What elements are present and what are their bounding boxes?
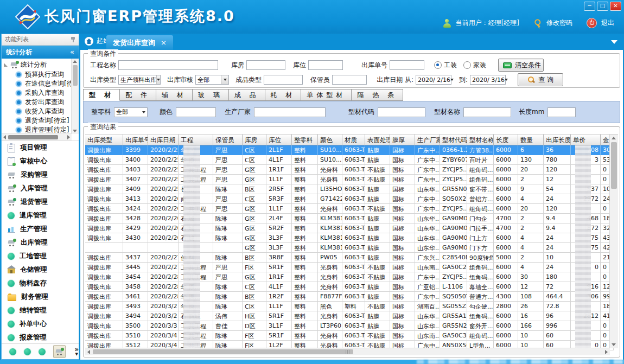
column-header[interactable]: 出库单号: [123, 135, 148, 145]
maximize-button[interactable]: □: [597, 2, 608, 11]
sidebar-module-item[interactable]: 工地管理: [2, 250, 79, 263]
table-row[interactable]: 调拨出库34032020/2/25工 共工程严思G区1R1F整料光身料6063-…: [85, 165, 618, 175]
date-from-select[interactable]: 2020/ 2/16: [416, 75, 451, 85]
tree-expander-icon[interactable]: [4, 63, 8, 67]
radio-home-label[interactable]: 家装: [473, 61, 486, 70]
radio-industrial-label[interactable]: 工装: [444, 61, 457, 70]
tab-overflow-icon[interactable]: [611, 40, 617, 44]
green-circle-icon[interactable]: [9, 348, 16, 355]
length-input[interactable]: [547, 107, 576, 117]
column-header[interactable]: 保管员: [213, 135, 243, 145]
sidebar-module-item[interactable]: 财务管理: [2, 290, 79, 304]
table-row[interactable]: 调拨出库34372020/2/27佛 料...陈琳B区3R8F整料PW05606…: [85, 253, 618, 263]
table-row[interactable]: 调拨出库34302020/2/26石 城陈琳G区3L3F整料KLM3817606…: [85, 233, 618, 243]
tab-close-icon[interactable]: ×: [161, 39, 167, 47]
column-header[interactable]: 表面处理: [365, 135, 390, 145]
table-row[interactable]: 调拨出库34092020/2/25长 ...陈琳B区2R5F整料LI35HO60…: [85, 184, 618, 194]
column-header[interactable]: 单价: [571, 135, 601, 145]
sidebar-module-item[interactable]: 退货管理: [2, 195, 79, 209]
column-header[interactable]: 颜色: [318, 135, 342, 145]
project-name-input[interactable]: [118, 60, 218, 70]
clear-conditions-button[interactable]: 清空条件: [498, 59, 544, 72]
column-header[interactable]: 型材代码: [440, 135, 467, 145]
green-circle-icon[interactable]: [39, 348, 46, 355]
material-tab[interactable]: 玻 璃: [193, 89, 229, 101]
sidebar-module-item[interactable]: 入库管理: [2, 182, 79, 195]
table-row[interactable]: 调拨出库34612020/2/28华 原...陈琳B区1R2F整料F8877FT…: [85, 292, 618, 302]
column-header[interactable]: 库位: [266, 135, 292, 145]
sidebar-module-item[interactable]: 生产管理: [2, 222, 79, 236]
logout-link[interactable]: 退出: [601, 18, 614, 28]
table-row[interactable]: 调拨出库34282020/2/26石 城陈琳G区2L4F整料KLM3817606…: [85, 214, 618, 223]
pin-icon[interactable]: [71, 36, 75, 43]
material-tab[interactable]: 单体型材: [301, 89, 352, 101]
column-header[interactable]: 出库日期: [148, 135, 179, 145]
keeper-input[interactable]: [332, 75, 367, 85]
radio-industrial[interactable]: [434, 61, 442, 69]
material-tab[interactable]: 成 品: [229, 89, 265, 101]
sidebar-module-item[interactable]: 采购管理: [2, 168, 79, 182]
table-row[interactable]: 调拨出库34132020/2/26南 ...严思C区5R3F整料G7142260…: [85, 194, 618, 204]
sidebar-module-item[interactable]: 物料盘存: [2, 277, 79, 290]
sidebar-module-item[interactable]: 仓储管理: [2, 263, 79, 277]
minimize-button[interactable]: ─: [584, 2, 595, 11]
table-row[interactable]: 调拨出库34242020/2/26工 共工程严思G区1L1F整料光身料6063-…: [85, 204, 618, 214]
column-header[interactable]: 库房: [243, 135, 266, 145]
profile-code-input[interactable]: [378, 107, 425, 117]
color-input[interactable]: [176, 107, 216, 117]
table-horizontal-scrollbar[interactable]: [85, 348, 610, 355]
column-header[interactable]: 数量: [518, 135, 544, 145]
sidebar-module-item[interactable]: 结转管理: [2, 304, 79, 317]
sidebar-tree-item[interactable]: 预算执行查询: [4, 70, 79, 79]
location-input[interactable]: [308, 60, 343, 70]
sidebar-tree-item[interactable]: 退货查询[待定]: [4, 116, 79, 125]
close-button[interactable]: ✕: [610, 2, 621, 11]
sidebar-module-item[interactable]: 补单中心: [2, 317, 79, 331]
table-vertical-scrollbar[interactable]: [609, 135, 618, 348]
table-row[interactable]: 调拨出库33992020/2/25华 原...严思C区2L1F整料SU10...…: [85, 145, 618, 155]
sidebar-module-item[interactable]: 出库管理: [2, 236, 79, 250]
column-header[interactable]: 材质: [342, 135, 365, 145]
table-row[interactable]: 调拨出库34582020/2/28华 原...陈琳C区4L1F整料光身料6063…: [85, 282, 618, 292]
sidebar-tree-item[interactable]: 在途信息查询[待: [4, 79, 79, 88]
product-type-input[interactable]: [264, 75, 303, 85]
warehouse-input[interactable]: [246, 60, 285, 70]
sidebar-module-item[interactable]: 报废管理: [2, 331, 79, 343]
material-tab[interactable]: 耗 材: [265, 89, 302, 101]
sidebar-tree-item[interactable]: 发货出库查询: [4, 98, 79, 107]
tree-horizontal-scrollbar[interactable]: [2, 133, 72, 141]
order-no-input[interactable]: [390, 60, 424, 70]
sidebar-module-item[interactable]: 退库管理: [2, 209, 79, 222]
column-header[interactable]: 出库类型: [85, 135, 123, 145]
table-row[interactable]: 调拨出库34942020/3/2石 辉城汤伟H区5R1F整料光身料6063-T5…: [85, 311, 618, 321]
manufacturer-input[interactable]: [254, 107, 326, 117]
column-header[interactable]: 型材名称: [467, 135, 494, 145]
table-row[interactable]: 调拨出库35102020/3/4工 共工程陈琳F区5R1F整料光身料6063-T…: [85, 331, 618, 341]
material-tab[interactable]: 隔 热 条: [352, 89, 403, 101]
table-row[interactable]: G区3L3F整料KLM38176063-T5贴膜国标山东华...GA90M09.…: [85, 243, 618, 253]
outbound-type-select[interactable]: 生产领料出库: [118, 75, 161, 85]
column-header[interactable]: 生产厂家: [415, 135, 440, 145]
outbound-audit-select[interactable]: 全部: [195, 75, 229, 85]
column-header[interactable]: 膜厚: [390, 135, 415, 145]
date-to-select[interactable]: 2020/ 3/16: [470, 75, 506, 85]
table-row[interactable]: 调拨出库34452020/2/27工 共工程严思F区5R1F整料光身料6063-…: [85, 263, 618, 272]
tree-vertical-scrollbar[interactable]: [71, 59, 79, 134]
sidebar-module-item[interactable]: 审核中心: [2, 155, 79, 168]
change-password-link[interactable]: 修改密码: [546, 18, 572, 28]
tree-root-node[interactable]: 统计分析: [4, 60, 79, 70]
green-circle-icon[interactable]: [24, 348, 31, 355]
search-button[interactable]: 查 询: [518, 73, 563, 86]
whole-part-select[interactable]: 全部: [114, 107, 148, 117]
column-header[interactable]: 长度: [494, 135, 518, 145]
material-tab[interactable]: 型 材: [83, 89, 120, 101]
table-row[interactable]: 调拨出库34002020/2/25华 原...严思C区4L1F整料SU10...…: [85, 155, 618, 165]
cart-footer-button[interactable]: [53, 345, 66, 358]
sidebar-tree-item[interactable]: 采购入库查询: [4, 88, 79, 98]
column-header[interactable]: 出库长度: [544, 135, 571, 145]
material-tab[interactable]: 配 件: [120, 89, 156, 101]
column-header[interactable]: 整零料: [292, 135, 318, 145]
material-tab[interactable]: 辅 材: [156, 89, 193, 101]
table-row[interactable]: 调拨出库34542020/2/28工 共工程严思G区1R1F整料光身料6063-…: [85, 272, 618, 282]
collapse-icon[interactable]: «: [70, 46, 74, 59]
